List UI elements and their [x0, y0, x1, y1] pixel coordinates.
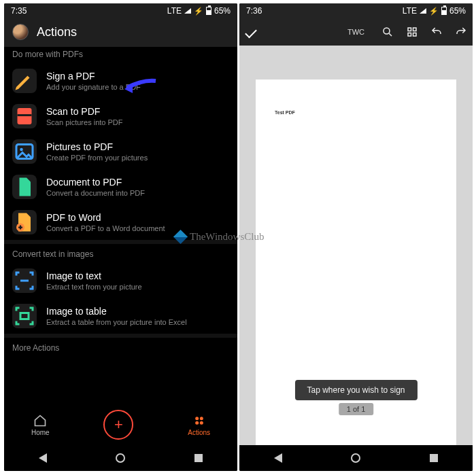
- android-nav: [4, 445, 237, 471]
- section-convert-text: Convert text in images: [4, 244, 237, 263]
- watermark: TheWindowsClub: [175, 231, 264, 243]
- action-sub: Extract a table from your picture into E…: [46, 318, 187, 326]
- fab-add[interactable]: +: [103, 410, 133, 440]
- grid-icon[interactable]: [406, 26, 418, 38]
- action-sign-pdf[interactable]: Sign a PDF Add your signature to a PDF: [4, 63, 237, 99]
- search-icon[interactable]: [381, 26, 394, 38]
- charge-icon: ⚡: [429, 7, 439, 16]
- status-net: LTE: [167, 6, 182, 16]
- battery-icon: [206, 7, 211, 15]
- signal-icon: [420, 8, 426, 14]
- action-title: Image to text: [46, 270, 142, 281]
- status-batt: 65%: [449, 6, 466, 16]
- svg-point-6: [195, 417, 199, 420]
- status-net: LTE: [403, 6, 417, 16]
- pdf-viewer[interactable]: Test PDF Tap where you wish to sign 1 of…: [239, 46, 473, 445]
- action-sub: Convert a PDF to a Word document: [46, 224, 165, 232]
- action-document-pdf[interactable]: Document to PDF Convert a document into …: [4, 169, 237, 205]
- action-title: Image to table: [46, 306, 187, 317]
- convert-icon: [12, 210, 37, 234]
- recents-button[interactable]: [194, 454, 203, 462]
- status-bar: 7:36 LTE ⚡ 65%: [239, 3, 473, 18]
- action-scan-pdf[interactable]: Scan to PDF Scan pictures into PDF: [4, 99, 237, 134]
- svg-point-7: [199, 417, 203, 420]
- svg-rect-13: [408, 33, 411, 37]
- nav-home-label: Home: [31, 429, 50, 436]
- action-sub: Extract text from your picture: [46, 283, 142, 291]
- image-icon: [12, 139, 37, 164]
- svg-point-10: [384, 28, 390, 34]
- phone-right: 7:36 LTE ⚡ 65% TWC Test PDF Tap where yo…: [239, 3, 473, 471]
- document-icon: [12, 175, 37, 199]
- action-image-text[interactable]: Image to text Extract text from your pic…: [4, 263, 237, 298]
- nav-actions[interactable]: Actions: [188, 414, 210, 436]
- action-sub: Scan pictures into PDF: [46, 118, 123, 126]
- ocr-text-icon: [12, 268, 37, 293]
- actions-list[interactable]: Do more with PDFs Sign a PDF Add your si…: [4, 44, 237, 404]
- status-time: 7:35: [11, 6, 27, 16]
- status-batt: 65%: [214, 6, 231, 16]
- home-button[interactable]: [351, 453, 360, 463]
- scan-icon: [12, 104, 37, 128]
- page-indicator: 1 of 1: [339, 403, 374, 415]
- svg-rect-11: [408, 28, 411, 31]
- action-title: Pictures to PDF: [46, 141, 148, 152]
- status-bar: 7:35 LTE ⚡ 65%: [4, 3, 237, 18]
- back-button[interactable]: [39, 453, 47, 463]
- annotation-arrow: [123, 78, 157, 94]
- action-title: Scan to PDF: [46, 106, 123, 117]
- action-title: Document to PDF: [46, 177, 145, 188]
- section-do-more: Do more with PDFs: [4, 44, 237, 63]
- action-title: PDF to Word: [46, 212, 165, 223]
- bottom-nav: Home + Actions: [4, 404, 237, 445]
- status-time: 7:36: [246, 6, 262, 16]
- sign-toast: Tap where you wish to sign: [294, 380, 417, 400]
- action-image-table[interactable]: Image to table Extract a table from your…: [4, 298, 237, 334]
- home-button[interactable]: [116, 453, 125, 463]
- ocr-table-icon: [12, 304, 37, 328]
- undo-icon[interactable]: [430, 26, 443, 38]
- back-button[interactable]: [274, 453, 282, 463]
- avatar[interactable]: [12, 24, 29, 40]
- action-sub: Convert a document into PDF: [46, 189, 145, 197]
- svg-rect-5: [20, 313, 29, 319]
- svg-point-8: [195, 421, 199, 424]
- charge-icon: ⚡: [194, 7, 203, 16]
- svg-rect-14: [413, 33, 417, 37]
- action-sub: Create PDF from your pictures: [46, 154, 148, 162]
- svg-point-3: [20, 148, 23, 152]
- watermark-logo-icon: [173, 230, 188, 244]
- svg-rect-12: [413, 28, 417, 31]
- battery-icon: [441, 7, 447, 15]
- editor-toolbar: TWC: [239, 18, 473, 46]
- svg-point-9: [199, 421, 203, 424]
- confirm-icon[interactable]: [245, 26, 257, 38]
- section-more-actions: More Actions: [4, 338, 237, 357]
- nav-home[interactable]: Home: [31, 414, 50, 436]
- redo-icon[interactable]: [455, 26, 467, 38]
- android-nav: [239, 445, 473, 471]
- nav-actions-label: Actions: [188, 429, 210, 436]
- signal-icon: [184, 8, 191, 14]
- pdf-page-text: Test PDF: [275, 110, 295, 115]
- app-header: Actions: [4, 18, 237, 47]
- pen-icon: [12, 69, 37, 93]
- recents-button[interactable]: [430, 454, 438, 462]
- page-title: Actions: [37, 25, 77, 39]
- watermark-text: TheWindowsClub: [190, 231, 264, 243]
- action-pictures-pdf[interactable]: Pictures to PDF Create PDF from your pic…: [4, 134, 237, 169]
- svg-rect-1: [18, 114, 32, 116]
